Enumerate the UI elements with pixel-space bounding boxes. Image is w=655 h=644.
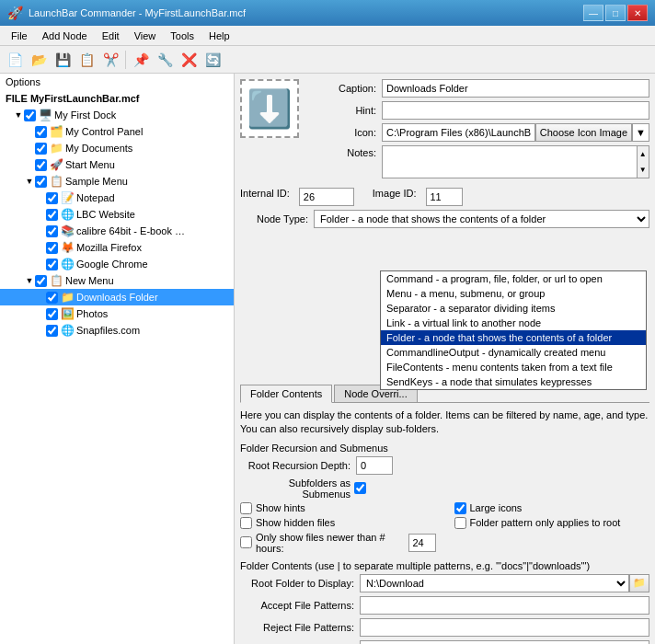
checkbox-lbc-website[interactable] xyxy=(46,209,58,221)
delete-button[interactable]: ❌ xyxy=(178,49,200,71)
caption-row: Caption: xyxy=(308,79,649,98)
new-button[interactable]: 📄 xyxy=(4,49,26,71)
tree-item-my-documents[interactable]: 📁 My Documents xyxy=(0,140,234,156)
only-newer-checkbox[interactable] xyxy=(240,536,252,548)
notes-textarea[interactable] xyxy=(382,145,638,178)
root-depth-input[interactable] xyxy=(356,456,393,475)
tree-item-notepad[interactable]: 📝 Notepad xyxy=(0,190,234,206)
node-type-dropdown[interactable]: Folder - a node that shows the contents … xyxy=(314,210,649,228)
dropdown-arrow-icon[interactable]: ▼ xyxy=(632,123,649,142)
only-newer-hours[interactable] xyxy=(408,534,436,552)
id-row: Internal ID: Image ID: xyxy=(240,188,649,206)
reject-file-input[interactable] xyxy=(360,618,649,637)
label-downloads-folder: Downloads Folder xyxy=(76,292,158,303)
menu-add-node[interactable]: Add Node xyxy=(35,29,95,43)
save-button[interactable]: 💾 xyxy=(52,49,74,71)
large-icons-checkbox[interactable] xyxy=(454,502,466,514)
file-item[interactable]: FILE MyFirstLaunchBar.mcf xyxy=(0,90,234,107)
expander-new-menu[interactable]: ▼ xyxy=(24,276,35,285)
tree-item-lbc-website[interactable]: 🌐 LBC Website xyxy=(0,206,234,223)
refresh-button[interactable]: 🔄 xyxy=(201,49,224,71)
image-id-input[interactable] xyxy=(426,188,463,206)
pin-button[interactable]: 📌 xyxy=(130,49,152,71)
tree-item-downloads-folder[interactable]: 📁 Downloads Folder xyxy=(0,289,234,305)
minimize-button[interactable]: — xyxy=(583,5,603,21)
maximize-button[interactable]: □ xyxy=(605,5,626,21)
checkbox-my-control-panel[interactable] xyxy=(35,126,47,138)
checkbox-notepad[interactable] xyxy=(46,192,58,204)
tree-item-my-first-dock[interactable]: ▼ 🖥️ My First Dock xyxy=(0,107,234,123)
dropdown-option-separator[interactable]: Separator - a separator dividing items xyxy=(381,301,646,316)
toolbar: 📄 📂 💾 📋 ✂️ 📌 🔧 ❌ 🔄 xyxy=(0,46,655,74)
checkbox-mozilla-firefox[interactable] xyxy=(46,242,58,254)
checkbox-start-menu[interactable] xyxy=(35,159,47,171)
tree-item-google-chrome[interactable]: 🌐 Google Chrome xyxy=(0,256,234,272)
label-lbc-website: LBC Website xyxy=(76,209,135,220)
root-folder-browse[interactable]: 📁 xyxy=(629,574,649,592)
show-hints-checkbox[interactable] xyxy=(240,502,252,514)
choose-icon-button[interactable]: Choose Icon Image xyxy=(535,123,632,142)
checkbox-google-chrome[interactable] xyxy=(46,259,58,270)
dropdown-option-cmdlineoutput[interactable]: CommandlineOutput - dynamically created … xyxy=(381,345,646,360)
folder-pattern-checkbox[interactable] xyxy=(454,517,466,529)
tree-item-new-menu[interactable]: ▼ 📋 New Menu xyxy=(0,272,234,289)
expander-my-first-dock[interactable]: ▼ xyxy=(13,110,24,120)
save-all-button[interactable]: 📋 xyxy=(75,49,98,71)
tab-folder-contents[interactable]: Folder Contents xyxy=(240,385,332,403)
dropdown-option-folder[interactable]: Folder - a node that shows the contents … xyxy=(381,330,646,345)
root-folder-dropdown[interactable]: N:\Download xyxy=(360,574,629,592)
checkbox-calibre[interactable] xyxy=(46,225,58,237)
tree-item-calibre[interactable]: 📚 calibre 64bit - E-book manageme... xyxy=(0,223,234,239)
label-mozilla-firefox: Mozilla Firefox xyxy=(76,242,142,253)
checkbox-sample-menu[interactable] xyxy=(35,176,47,188)
checkbox-snapfiles[interactable] xyxy=(46,325,58,337)
large-icons-group: Large icons Folder pattern only applies … xyxy=(454,502,650,557)
label-start-menu: Start Menu xyxy=(65,159,115,170)
accept-subdir-input[interactable] xyxy=(360,640,649,644)
menu-view[interactable]: View xyxy=(127,29,164,43)
notes-scroll-down[interactable]: ▼ xyxy=(638,162,649,178)
open-button[interactable]: 📂 xyxy=(28,49,50,71)
dropdown-option-command[interactable]: Command - a program, file, folder, or ur… xyxy=(381,271,646,286)
close-button[interactable]: ✕ xyxy=(627,5,648,21)
dropdown-option-link[interactable]: Link - a virtual link to another node xyxy=(381,316,646,330)
checkbox-my-documents[interactable] xyxy=(35,143,47,155)
cut-button[interactable]: ✂️ xyxy=(99,49,121,71)
tree-item-my-control-panel[interactable]: 🗂️ My Control Panel xyxy=(0,123,234,140)
options-item[interactable]: Options xyxy=(0,74,234,90)
checkbox-my-first-dock[interactable] xyxy=(24,109,36,121)
label-my-first-dock: My First Dock xyxy=(54,109,116,121)
label-sample-menu: Sample Menu xyxy=(65,176,128,187)
checkbox-downloads-folder[interactable] xyxy=(46,292,58,304)
notes-scroll-up[interactable]: ▲ xyxy=(638,146,649,162)
tree-item-sample-menu[interactable]: ▼ 📋 Sample Menu xyxy=(0,173,234,190)
subfolders-checkbox[interactable] xyxy=(354,482,366,494)
accept-file-input[interactable] xyxy=(360,596,649,615)
icon-path-input[interactable] xyxy=(382,123,535,142)
internal-id-input[interactable] xyxy=(299,188,354,206)
tree-item-photos[interactable]: 🖼️ Photos xyxy=(0,305,234,322)
tree-item-mozilla-firefox[interactable]: 🦊 Mozilla Firefox xyxy=(0,239,234,256)
notes-label: Notes: xyxy=(308,145,382,158)
expander-sample-menu[interactable]: ▼ xyxy=(24,177,35,186)
tree-item-snapfiles[interactable]: 🌐 Snapfiles.com xyxy=(0,322,234,339)
tree-panel: Options FILE MyFirstLaunchBar.mcf ▼ 🖥️ M… xyxy=(0,74,235,644)
reject-file-label: Reject File Patterns: xyxy=(240,622,360,633)
dropdown-option-sendkeys[interactable]: SendKeys - a node that simulates keypres… xyxy=(381,374,646,389)
node-type-row: Node Type: Folder - a node that shows th… xyxy=(240,210,649,228)
tree-item-start-menu[interactable]: 🚀 Start Menu xyxy=(0,156,234,173)
dropdown-option-menu[interactable]: Menu - a menu, submenu, or group xyxy=(381,286,646,301)
checkbox-new-menu[interactable] xyxy=(35,275,47,287)
menu-edit[interactable]: Edit xyxy=(95,29,127,43)
hint-input[interactable] xyxy=(382,101,649,120)
menu-tools[interactable]: Tools xyxy=(163,29,201,43)
show-hidden-checkbox[interactable] xyxy=(240,517,252,529)
settings-button[interactable]: 🔧 xyxy=(154,49,176,71)
checkbox-photos[interactable] xyxy=(46,308,58,320)
caption-input[interactable] xyxy=(382,79,649,98)
main-area: Options FILE MyFirstLaunchBar.mcf ▼ 🖥️ M… xyxy=(0,74,655,644)
menu-help[interactable]: Help xyxy=(201,29,237,43)
dropdown-option-filecontents[interactable]: FileContents - menu contents taken from … xyxy=(381,360,646,374)
icon-my-first-dock: 🖥️ xyxy=(38,108,52,122)
menu-file[interactable]: File xyxy=(4,29,35,43)
